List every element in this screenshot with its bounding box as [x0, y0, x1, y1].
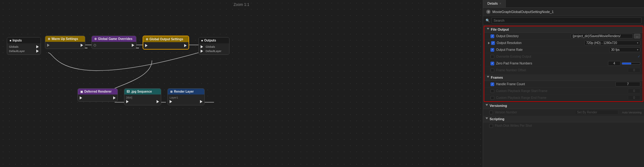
file-output-expand-icon: [487, 28, 489, 31]
node-global-output-body: [143, 42, 189, 49]
prop-overwrite: Overwrite Existing Output ✓: [484, 53, 643, 60]
prop-zero-pad: Zero Pad Frame Numbers: [484, 60, 643, 67]
checkbox-version-number[interactable]: [489, 111, 493, 114]
value-handle-frame-count: [615, 82, 640, 86]
node-warmup[interactable]: ⚙ Warm Up Settings: [45, 36, 85, 49]
select-frame-rate[interactable]: 30 fps 24 fps 60 fps: [609, 47, 640, 52]
prop-output-dir: Output Directory ...: [484, 33, 643, 40]
versioning-header[interactable]: Versioning: [483, 103, 644, 109]
value-output-dir: ...: [571, 34, 640, 38]
checkbox-frame-rate[interactable]: [491, 48, 494, 52]
label-playback-start: Custom Playback Range Start Frame: [496, 89, 628, 93]
input-playback-end[interactable]: [628, 95, 640, 100]
details-panel: Details × ⚙ MovieGraphGlobalOutputSettin…: [483, 0, 644, 167]
checkbox-handle-frame-count[interactable]: [491, 82, 494, 86]
label-version-number: Version Number: [495, 111, 575, 114]
prop-frame-offset: Frame Number Offset: [484, 67, 643, 74]
value-playback-end: [628, 95, 640, 100]
browse-output-dir-button[interactable]: ...: [634, 34, 640, 38]
node-deferred-body: [78, 94, 118, 101]
prop-flush-disk: Flush Disk Writes Per Shot: [483, 122, 644, 129]
select-output-res[interactable]: 720p (HD) - 1280x720 1080p (FHD) - 1920x…: [584, 41, 640, 45]
checkbox-frame-offset[interactable]: [491, 68, 494, 72]
node-render-layer-header: ⊞ Render Layer: [168, 89, 204, 94]
node-jpg-label: .jpg Sequence: [131, 90, 152, 93]
checkbox-zero-pad[interactable]: [491, 62, 494, 65]
scripting-label: Scripting: [490, 117, 504, 121]
checkbox-playback-start[interactable]: [491, 89, 494, 93]
frames-label: Frames: [491, 76, 503, 79]
graph-area[interactable]: Zoom 1:1 ■ Inputs Globals: [0, 0, 483, 167]
node-deferred-header: ▣ Deferred Renderer: [78, 89, 118, 94]
value-playback-start: [628, 89, 640, 93]
value-version-number: Auto Versioning: [575, 110, 642, 115]
input-frame-offset[interactable]: [628, 68, 640, 73]
zoom-label: Zoom 1:1: [233, 2, 249, 7]
connections-svg: [0, 0, 483, 167]
scripting-header[interactable]: Scripting: [483, 116, 644, 122]
node-icon: ⚙: [486, 10, 491, 14]
node-render-layer-body: Layer1: [168, 94, 204, 105]
node-deferred-label: Deferred Renderer: [84, 90, 112, 93]
prop-handle-frame-count: Handle Frame Count: [484, 81, 643, 88]
prop-output-res: Output Resolution 720p (HD) - 1280x720 1…: [484, 40, 643, 46]
zero-pad-slider[interactable]: [622, 62, 640, 65]
label-frame-rate: Output Frame Rate: [496, 48, 609, 51]
node-jpg-seq[interactable]: 🎞 .jpg Sequence [8bit]: [124, 88, 161, 105]
scripting-expand-icon: [486, 117, 488, 121]
label-frame-offset: Frame Number Offset: [496, 68, 628, 72]
node-global-game[interactable]: ⚙ Global Game Overrides: [91, 36, 136, 49]
node-outputs-header: ■ Outputs: [199, 37, 229, 43]
input-handle-frame-count[interactable]: [615, 82, 640, 86]
tab-details[interactable]: Details ×: [483, 0, 506, 7]
input-playback-start[interactable]: [628, 89, 640, 93]
pin-globals-in: Globals: [201, 45, 227, 49]
checkbox-playback-end[interactable]: [491, 96, 494, 100]
node-warmup-body: [45, 42, 85, 49]
prop-frame-rate: Output Frame Rate 30 fps 24 fps 60 fps: [484, 46, 643, 53]
label-output-res: Output Resolution: [497, 41, 584, 45]
panel-content[interactable]: File Output Output Directory ... Output …: [483, 25, 644, 167]
node-render-layer[interactable]: ⊞ Render Layer Layer1: [167, 88, 205, 105]
checkbox-overwrite[interactable]: [491, 55, 494, 59]
file-output-section: File Output Output Directory ... Output …: [484, 26, 643, 102]
auto-versioning-label: Auto Versioning: [622, 111, 642, 114]
checkbox-output-dir[interactable]: [491, 34, 494, 38]
input-version-number[interactable]: [575, 110, 618, 115]
pin-render-through: [170, 99, 202, 104]
node-outputs[interactable]: ■ Outputs Globals DefaultLayer: [198, 37, 229, 55]
node-inputs-header: ■ Inputs: [7, 37, 41, 43]
pin-game-through: [94, 43, 134, 47]
prop-playback-start: Custom Playback Range Start Frame: [484, 88, 643, 94]
node-inputs[interactable]: ■ Inputs Globals DefaultLayer: [7, 37, 41, 55]
node-deferred[interactable]: ▣ Deferred Renderer: [78, 88, 118, 102]
file-output-header[interactable]: File Output: [484, 26, 643, 33]
checkbox-output-res[interactable]: [491, 41, 495, 45]
search-input[interactable]: [491, 17, 642, 24]
node-global-output[interactable]: ⚙ Global Output Settings: [143, 36, 189, 50]
checkbox-flush-disk[interactable]: [489, 124, 493, 128]
frames-expand-icon: [487, 76, 489, 79]
frames-header[interactable]: Frames: [484, 74, 643, 81]
pin-jpg-through: [126, 99, 159, 104]
value-overwrite: ✓: [637, 55, 640, 59]
fps-select-wrapper: 30 fps 24 fps 60 fps: [609, 47, 640, 52]
input-zero-pad[interactable]: [608, 61, 620, 66]
input-output-dir[interactable]: [571, 34, 633, 38]
value-frame-offset: [628, 68, 640, 73]
search-icon: 🔍: [486, 19, 490, 23]
node-inputs-label: Inputs: [12, 39, 22, 42]
tab-close-icon[interactable]: ×: [500, 2, 501, 5]
pin-defaultlayer-in: DefaultLayer: [201, 49, 227, 53]
panel-tabs: Details ×: [483, 0, 644, 8]
versioning-label: Versioning: [490, 104, 507, 108]
label-playback-end: Custom Playback Range End Frame: [496, 96, 628, 99]
pin-deferred-through: [80, 96, 116, 100]
node-global-game-label: Global Game Overrides: [98, 37, 132, 41]
node-global-game-header: ⚙ Global Game Overrides: [92, 36, 136, 42]
label-zero-pad: Zero Pad Frame Numbers: [496, 62, 608, 65]
node-jpg-header: 🎞 .jpg Sequence: [124, 89, 161, 94]
label-flush-disk: Flush Disk Writes Per Shot: [495, 124, 642, 127]
search-bar: 🔍: [483, 16, 644, 25]
pin-warmup-in: [47, 43, 83, 47]
